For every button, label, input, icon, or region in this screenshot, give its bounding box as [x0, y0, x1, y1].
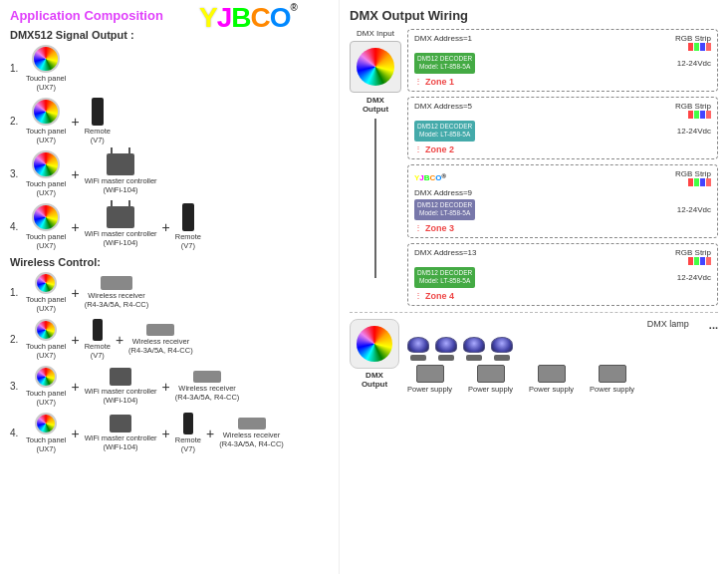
- plus-sign: +: [71, 115, 79, 129]
- logo-c: C: [251, 2, 270, 34]
- zone-1-box: DMX Address=1 RGB Strip DM51: [407, 29, 718, 92]
- touchpanel-icon: [32, 203, 60, 231]
- touchpanel-label: Touch panel(UX7): [26, 74, 66, 92]
- w-device-wifi-2: WiFi master controller(WiFi-104): [85, 415, 157, 451]
- w-device-remote-1: Remote(V7): [85, 319, 111, 360]
- ps-label-2: Power supply: [468, 385, 513, 394]
- bottom-section: DMXOutput DMX lamp ...: [350, 312, 718, 394]
- device-wifi-1: WiFi master controller(WiFi-104): [85, 153, 157, 194]
- logo-b: B: [231, 2, 250, 34]
- lamp-base-2: [438, 355, 454, 361]
- receiver-label: Wireless receiver(R4-3A/5A, R4-CC): [128, 337, 193, 355]
- touchpanel-label: Touch panel(UX7): [26, 342, 66, 360]
- zone-4-decoder: DM512 DECODERModel: LT-858-5A: [414, 267, 475, 288]
- zone-3-header: DMX Address=9: [414, 188, 711, 197]
- w-device-touchpanel-1: Touch panel(UX7): [26, 272, 66, 313]
- remote-icon: [182, 203, 194, 231]
- power-supply-1: [416, 365, 444, 383]
- red2-dot: [706, 111, 711, 119]
- touchpanel-icon: [32, 45, 60, 73]
- red-dot: [688, 111, 693, 119]
- receiver-sm-icon: [238, 418, 266, 430]
- row-num-1: 1.: [10, 63, 24, 74]
- plus-sign: +: [71, 286, 79, 300]
- device-touchpanel-1: Touch panel(UX7): [26, 45, 66, 92]
- green-dot: [694, 178, 699, 186]
- plus-sign: +: [162, 427, 170, 440]
- w-device-receiver-2: Wireless receiver(R4-3A/5A, R4-CC): [128, 324, 193, 355]
- zone-2-voltage: 12-24Vdc: [677, 127, 711, 136]
- dmx-output-text: DMXOutput: [363, 96, 388, 114]
- bottom-panel-circle: [350, 319, 399, 369]
- w-row-num-3: 3.: [10, 381, 24, 392]
- zone-2-content: DM512 DECODERModel: LT-858-5A 12-24Vdc: [414, 121, 711, 142]
- dmx-panel-circle: [357, 48, 394, 86]
- w-row-num-4: 4.: [10, 428, 24, 438]
- zone-2-footer: ⋮ Zone 2: [414, 144, 711, 154]
- zone-4-rgb-strip: RGB Strip: [675, 248, 711, 257]
- zone-1-content: DM512 DECODERModel: LT-858-5A 12-24Vdc: [414, 53, 711, 74]
- logo-reg: ®: [291, 2, 297, 13]
- touchpanel-sm-icon: [35, 413, 57, 434]
- zone-4-name: Zone 4: [425, 291, 454, 301]
- touchpanel-label: Touch panel(UX7): [26, 232, 66, 250]
- receiver-label: Wireless receiver(R4-3A/5A, R4-CC): [85, 291, 149, 309]
- lamp-base-3: [466, 355, 482, 361]
- device-wifi-2: WiFi master controller(WiFi-104): [85, 206, 157, 247]
- zone-3-address: DMX Address=9: [414, 188, 472, 197]
- blue-dot: [700, 178, 705, 186]
- plus-sign: +: [116, 333, 123, 347]
- zone-1-decoder: DM512 DECODERModel: LT-858-5A: [414, 53, 475, 74]
- bottom-panel: DMXOutput: [350, 319, 399, 389]
- remote-sm-icon: [93, 319, 103, 341]
- plus-sign: +: [71, 427, 79, 440]
- device-remote-1: Remote(V7): [85, 98, 111, 144]
- row-num-3: 3.: [10, 168, 24, 179]
- zone-3-footer: ⋮ Zone 3: [414, 222, 711, 233]
- plus-sign: +: [71, 333, 79, 347]
- plus-sign: +: [71, 167, 79, 181]
- blue-dot: [700, 43, 705, 51]
- power-supply-2: [477, 365, 505, 383]
- zone-3-rgb-dots: [688, 178, 711, 186]
- wireless-section-label: Wireless Control:: [10, 256, 329, 268]
- w-device-touchpanel-2: Touch panel(UX7): [26, 319, 66, 360]
- zone-2-header: DMX Address=5 RGB Strip: [414, 102, 711, 119]
- ps-item-1: Power supply: [407, 365, 452, 394]
- wireless-row-4: 4. Touch panel(UX7) + WiFi master contro…: [10, 413, 329, 453]
- more-dots: ...: [709, 319, 718, 331]
- zone-4-box: DMX Address=13 RGB Strip DM5: [407, 243, 718, 306]
- receiver-label: Wireless receiver(R4-3A/5A, R4-CC): [219, 430, 284, 448]
- lamp-4: [491, 337, 513, 361]
- ps-item-4: Power supply: [590, 365, 634, 394]
- red-dot: [688, 257, 693, 265]
- dmx-lamp-header: DMX lamp ...: [407, 319, 718, 331]
- red2-dot: [706, 43, 711, 51]
- zone-1-name: Zone 1: [425, 77, 454, 87]
- wireless-row-3: 3. Touch panel(UX7) + WiFi master contro…: [10, 366, 329, 407]
- signal-row-4: 4. Touch panel(UX7) + WiFi master contro…: [10, 203, 329, 250]
- logo-o: O: [270, 2, 291, 34]
- wireless-row-1: 1. Touch panel(UX7) + Wireless receiver(…: [10, 272, 329, 313]
- w-device-receiver-1: Wireless receiver(R4-3A/5A, R4-CC): [85, 276, 149, 309]
- zone-4-header: DMX Address=13 RGB Strip: [414, 248, 711, 265]
- touchpanel-label: Touch panel(UX7): [26, 127, 66, 144]
- zone-1-header: DMX Address=1 RGB Strip: [414, 34, 711, 51]
- lamp-2: [435, 337, 457, 361]
- zone-2-decoder: DM512 DECODERModel: LT-858-5A: [414, 121, 475, 142]
- lamp-icon-1: [407, 337, 429, 353]
- yjbco-zone-logo: YJBCO®: [414, 173, 446, 182]
- zone-4-voltage: 12-24Vdc: [677, 273, 711, 282]
- plus-sign: +: [162, 380, 170, 394]
- ps-label-3: Power supply: [529, 385, 574, 394]
- wifi-icon: [107, 153, 134, 175]
- remote-label: Remote(V7): [85, 342, 111, 360]
- wifi-label: WiFi master controller(WiFi-104): [85, 229, 157, 247]
- remote-icon: [92, 98, 104, 126]
- wireless-row-2: 2. Touch panel(UX7) + Remote(V7) + Wirel…: [10, 319, 329, 360]
- ps-label-1: Power supply: [407, 385, 452, 394]
- zl-reg: ®: [442, 173, 446, 182]
- zone-2-name: Zone 2: [425, 144, 454, 154]
- dmx-output-title: DMX Output Wiring: [350, 8, 718, 23]
- zone-3-rgb-strip: RGB Strip: [675, 169, 711, 178]
